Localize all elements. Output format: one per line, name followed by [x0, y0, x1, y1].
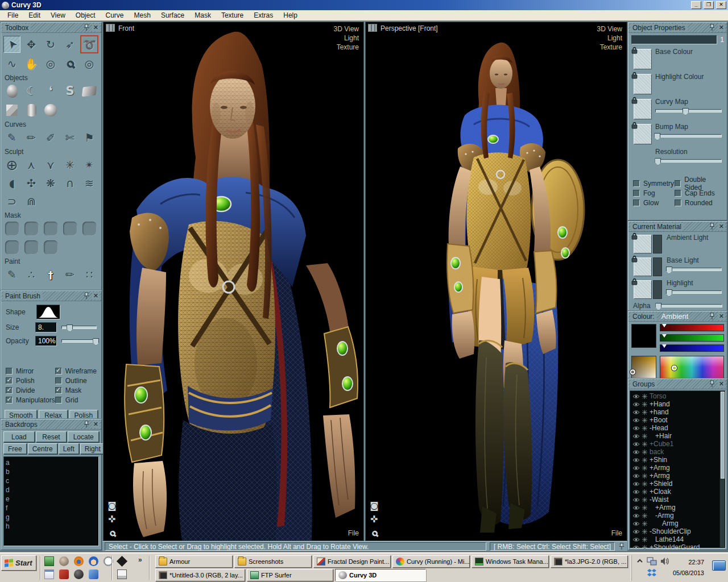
brush-option-checkbox[interactable]: Wireframe: [55, 366, 97, 376]
brush-option-checkbox[interactable]: Mask: [55, 385, 97, 395]
group-star-icon[interactable]: [642, 410, 647, 415]
mask-slot[interactable]: [42, 220, 59, 237]
brush-option-checkbox[interactable]: Mirror: [6, 366, 55, 376]
property-slider[interactable]: [655, 134, 722, 138]
size-slider[interactable]: [61, 326, 97, 329]
pin-icon[interactable]: [83, 24, 90, 31]
paint-brush2-tool[interactable]: ✏: [61, 266, 78, 283]
group-row[interactable]: +Hair: [630, 432, 725, 440]
visibility-eye-icon[interactable]: [632, 418, 640, 423]
curve-scissors-tool[interactable]: ✄: [61, 129, 78, 146]
property-swatch[interactable]: [631, 97, 652, 119]
group-row[interactable]: +Armg: [630, 504, 725, 512]
start-button[interactable]: Start: [1, 555, 36, 571]
group-star-icon[interactable]: [642, 521, 647, 526]
lasso-tool[interactable]: ➰: [81, 36, 98, 53]
visibility-eye-icon[interactable]: [632, 529, 640, 534]
arc-tool[interactable]: ⊃: [3, 193, 20, 210]
mask-slot[interactable]: [61, 220, 78, 237]
menu-item[interactable]: Help: [278, 10, 303, 20]
rotate-tool[interactable]: ↻: [42, 36, 59, 53]
visibility-eye-icon[interactable]: [632, 489, 640, 494]
group-row[interactable]: +hand: [630, 408, 725, 416]
current-colour-swatch[interactable]: [631, 324, 656, 348]
slider-thumb[interactable]: [682, 108, 689, 115]
backdrop-slot[interactable]: c: [6, 476, 97, 485]
group-star-icon[interactable]: [642, 402, 647, 407]
close-icon[interactable]: ✕: [718, 223, 725, 230]
viewport-mode-toggle[interactable]: Texture: [597, 43, 622, 52]
scale-tool[interactable]: ➶: [61, 36, 78, 53]
picker-marker[interactable]: [630, 369, 635, 375]
group-star-icon[interactable]: [642, 545, 647, 550]
inkscape-icon[interactable]: [117, 556, 127, 567]
group-row[interactable]: Torso: [630, 392, 725, 400]
size-value-field[interactable]: 8.: [35, 322, 57, 332]
property-swatch[interactable]: [631, 122, 652, 144]
blob-sculpt-tool[interactable]: ◖: [3, 174, 20, 192]
dome-tool[interactable]: ∩: [61, 174, 78, 192]
group-row[interactable]: -Armg: [630, 512, 725, 519]
backdrop-button[interactable]: Free: [3, 443, 27, 454]
taskbar-button[interactable]: Armour: [155, 555, 233, 568]
center-tool[interactable]: ◎: [81, 55, 98, 72]
group-star-icon[interactable]: [642, 418, 647, 423]
backdrop-slot[interactable]: f: [6, 504, 97, 513]
paint-spray-tool[interactable]: ∴: [23, 266, 40, 283]
paint-brush-header[interactable]: Paint Brush ✕: [1, 291, 101, 301]
pin-icon[interactable]: [709, 24, 715, 31]
scrollbar-thumb[interactable]: [721, 392, 725, 479]
group-star-icon[interactable]: [642, 434, 647, 439]
orbit-icon[interactable]: ◙: [106, 500, 118, 512]
property-slider[interactable]: [655, 159, 722, 163]
slider-thumb[interactable]: [655, 158, 661, 165]
group-star-icon[interactable]: [642, 458, 647, 463]
menu-item[interactable]: View: [46, 10, 71, 20]
volume-icon[interactable]: [660, 557, 669, 566]
title-bar[interactable]: Curvy 3D _ ❐ ✕: [0, 0, 728, 10]
visibility-eye-icon[interactable]: [632, 545, 640, 550]
backdrop-slot[interactable]: h: [6, 522, 97, 531]
taskbar-button[interactable]: Windows Task Mana...: [471, 555, 549, 568]
sprout-primitive[interactable]: ❛: [42, 82, 59, 99]
group-star-icon[interactable]: [642, 426, 647, 431]
menu-item[interactable]: Mask: [189, 10, 216, 20]
visibility-eye-icon[interactable]: [632, 434, 640, 439]
backdrop-button[interactable]: Reset: [36, 431, 67, 442]
swirl-tool[interactable]: ❋: [42, 174, 59, 192]
dark-swatch[interactable]: [653, 235, 662, 253]
dark-swatch[interactable]: [653, 257, 662, 276]
quick-launch-overflow-chevron[interactable]: »: [138, 556, 142, 564]
restore-button[interactable]: ❐: [704, 1, 714, 9]
curve-knife-tool[interactable]: ✐: [42, 129, 59, 146]
slider-thumb[interactable]: [93, 338, 99, 346]
menu-item[interactable]: File: [2, 10, 23, 20]
close-icon[interactable]: ✕: [718, 24, 725, 31]
group-star-icon[interactable]: [642, 497, 647, 502]
material-swatch[interactable]: [631, 255, 663, 277]
channel-marker[interactable]: [662, 324, 667, 327]
menu-item[interactable]: Object: [71, 10, 101, 20]
menu-item[interactable]: Texture: [216, 10, 249, 20]
property-swatch[interactable]: [631, 72, 652, 94]
group-star-icon[interactable]: [642, 481, 647, 487]
kdiff3-icon[interactable]: [117, 569, 127, 579]
material-swatch[interactable]: [631, 278, 663, 300]
backdrop-slot[interactable]: e: [6, 494, 97, 504]
zoom-icon[interactable]: ϙ: [106, 527, 118, 539]
move-tool[interactable]: ✥: [23, 36, 40, 53]
brush-option-checkbox[interactable]: Outline: [55, 376, 97, 385]
pan-icon[interactable]: ✜: [368, 513, 380, 526]
backdrop-button[interactable]: Locate: [68, 431, 99, 442]
green-channel-slider[interactable]: [660, 334, 724, 342]
viewport-perspective[interactable]: Perspective [Front] 3D ViewLightTexture …: [365, 22, 627, 541]
menu-item[interactable]: Curve: [101, 10, 129, 20]
minimize-button[interactable]: _: [691, 1, 701, 9]
viewport-mode-toggle[interactable]: Texture: [334, 43, 359, 52]
visibility-eye-icon[interactable]: [632, 402, 640, 407]
picker-marker[interactable]: [672, 365, 677, 371]
group-row[interactable]: +Shield: [630, 480, 725, 488]
dropbox-icon[interactable]: [647, 568, 656, 577]
group-star-icon[interactable]: [642, 489, 647, 494]
close-icon[interactable]: ✕: [92, 24, 100, 31]
